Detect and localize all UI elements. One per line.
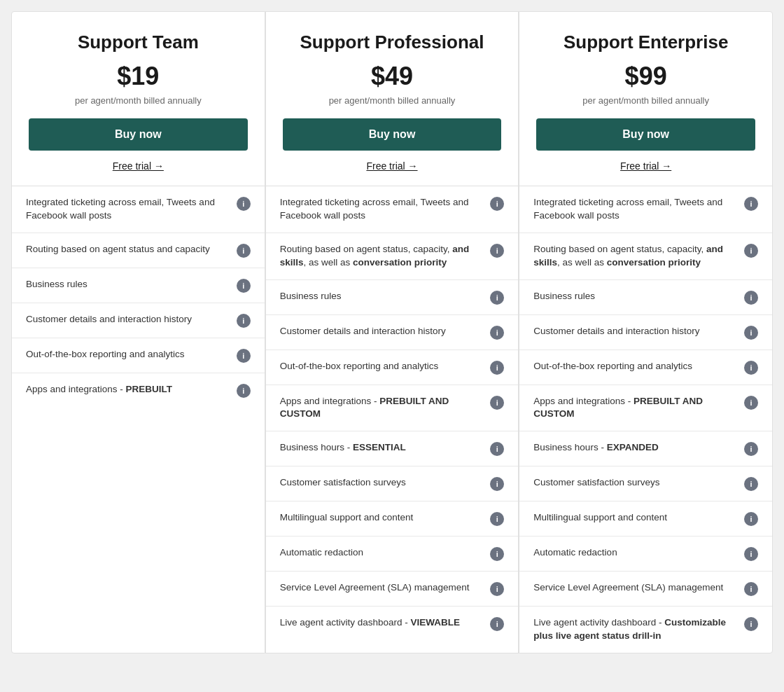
- feature-item-team-2: Business rules i: [12, 268, 265, 303]
- info-icon-team-4[interactable]: i: [237, 349, 251, 363]
- info-icon-enterprise-11[interactable]: i: [744, 617, 758, 631]
- plan-billing-enterprise: per agent/month billed annually: [536, 95, 755, 106]
- feature-text-enterprise-3: Customer details and interaction history: [533, 325, 738, 338]
- card-header-professional: Support Professional $49 per agent/month…: [266, 12, 519, 186]
- plan-price-team: $19: [29, 62, 248, 91]
- feature-item-professional-8: Multilingual support and content i: [266, 501, 519, 537]
- feature-item-team-5: Apps and integrations - PREBUILT i: [12, 373, 265, 408]
- info-icon-enterprise-4[interactable]: i: [744, 361, 758, 375]
- feature-item-professional-4: Out-of-the-box reporting and analytics i: [266, 350, 519, 385]
- plan-billing-professional: per agent/month billed annually: [283, 95, 502, 106]
- plan-billing-team: per agent/month billed annually: [29, 95, 248, 106]
- info-icon-enterprise-3[interactable]: i: [744, 326, 758, 340]
- info-icon-professional-5[interactable]: i: [490, 396, 504, 410]
- feature-item-enterprise-6: Business hours - EXPANDED i: [519, 431, 772, 466]
- plan-name-enterprise: Support Enterprise: [536, 32, 755, 53]
- features-list-professional: Integrated ticketing across email, Tweet…: [266, 186, 519, 653]
- buy-now-button-professional[interactable]: Buy now: [283, 118, 502, 151]
- info-icon-enterprise-7[interactable]: i: [744, 477, 758, 491]
- feature-item-professional-9: Automatic redaction i: [266, 537, 519, 572]
- feature-text-team-4: Out-of-the-box reporting and analytics: [26, 348, 231, 361]
- feature-item-professional-7: Customer satisfaction surveys i: [266, 466, 519, 501]
- feature-text-professional-10: Service Level Agreement (SLA) management: [280, 581, 485, 595]
- feature-item-enterprise-5: Apps and integrations - PREBUILT AND CUS…: [519, 385, 772, 432]
- feature-item-professional-10: Service Level Agreement (SLA) management…: [266, 572, 519, 607]
- info-icon-team-3[interactable]: i: [237, 314, 251, 328]
- feature-text-enterprise-9: Automatic redaction: [533, 546, 738, 560]
- info-icon-professional-3[interactable]: i: [490, 326, 504, 340]
- free-trial-link-enterprise[interactable]: Free trial →: [620, 160, 671, 172]
- info-icon-enterprise-2[interactable]: i: [744, 291, 758, 305]
- feature-item-enterprise-2: Business rules i: [519, 280, 772, 315]
- feature-text-professional-11: Live agent activity dashboard - VIEWABLE: [280, 616, 485, 630]
- features-list-team: Integrated ticketing across email, Tweet…: [12, 186, 265, 653]
- feature-item-professional-0: Integrated ticketing across email, Tweet…: [266, 186, 519, 233]
- info-icon-enterprise-9[interactable]: i: [744, 547, 758, 561]
- feature-text-enterprise-11: Live agent activity dashboard - Customiz…: [533, 616, 738, 643]
- feature-item-enterprise-7: Customer satisfaction surveys i: [519, 466, 772, 501]
- plan-price-professional: $49: [283, 62, 502, 91]
- info-icon-team-5[interactable]: i: [237, 384, 251, 398]
- feature-text-professional-1: Routing based on agent status, capacity,…: [280, 243, 485, 270]
- features-list-enterprise: Integrated ticketing across email, Tweet…: [519, 186, 772, 653]
- card-header-enterprise: Support Enterprise $99 per agent/month b…: [519, 12, 772, 186]
- feature-text-professional-4: Out-of-the-box reporting and analytics: [280, 360, 485, 373]
- feature-item-enterprise-1: Routing based on agent status, capacity,…: [519, 233, 772, 280]
- feature-text-team-5: Apps and integrations - PREBUILT: [26, 383, 231, 396]
- feature-item-team-3: Customer details and interaction history…: [12, 303, 265, 338]
- info-icon-enterprise-1[interactable]: i: [744, 244, 758, 258]
- feature-text-enterprise-5: Apps and integrations - PREBUILT AND CUS…: [533, 395, 738, 422]
- feature-item-professional-1: Routing based on agent status, capacity,…: [266, 233, 519, 280]
- info-icon-enterprise-8[interactable]: i: [744, 512, 758, 526]
- buy-now-button-enterprise[interactable]: Buy now: [536, 118, 755, 151]
- info-icon-professional-0[interactable]: i: [490, 197, 504, 211]
- feature-item-team-4: Out-of-the-box reporting and analytics i: [12, 338, 265, 373]
- info-icon-professional-6[interactable]: i: [490, 442, 504, 456]
- info-icon-professional-10[interactable]: i: [490, 582, 504, 596]
- feature-item-professional-11: Live agent activity dashboard - VIEWABLE…: [266, 607, 519, 641]
- feature-item-professional-5: Apps and integrations - PREBUILT AND CUS…: [266, 385, 519, 432]
- feature-text-enterprise-8: Multilingual support and content: [533, 511, 738, 525]
- feature-text-enterprise-1: Routing based on agent status, capacity,…: [533, 243, 738, 270]
- feature-text-enterprise-7: Customer satisfaction surveys: [533, 476, 738, 490]
- plan-name-team: Support Team: [29, 32, 248, 53]
- feature-text-team-1: Routing based on agent status and capaci…: [26, 243, 231, 256]
- feature-item-enterprise-8: Multilingual support and content i: [519, 501, 772, 537]
- info-icon-professional-9[interactable]: i: [490, 547, 504, 561]
- info-icon-professional-11[interactable]: i: [490, 617, 504, 631]
- feature-item-professional-3: Customer details and interaction history…: [266, 315, 519, 350]
- feature-item-team-1: Routing based on agent status and capaci…: [12, 233, 265, 268]
- feature-text-enterprise-4: Out-of-the-box reporting and analytics: [533, 360, 738, 373]
- info-icon-professional-7[interactable]: i: [490, 477, 504, 491]
- free-trial-link-team[interactable]: Free trial →: [113, 160, 164, 172]
- feature-item-professional-6: Business hours - ESSENTIAL i: [266, 431, 519, 466]
- feature-item-enterprise-4: Out-of-the-box reporting and analytics i: [519, 350, 772, 385]
- feature-text-enterprise-6: Business hours - EXPANDED: [533, 441, 738, 455]
- feature-text-professional-8: Multilingual support and content: [280, 511, 485, 525]
- feature-text-team-0: Integrated ticketing across email, Tweet…: [26, 196, 231, 223]
- feature-text-professional-5: Apps and integrations - PREBUILT AND CUS…: [280, 395, 485, 422]
- feature-item-team-0: Integrated ticketing across email, Tweet…: [12, 186, 265, 233]
- feature-text-enterprise-10: Service Level Agreement (SLA) management: [533, 581, 738, 595]
- feature-item-enterprise-3: Customer details and interaction history…: [519, 315, 772, 350]
- info-icon-enterprise-5[interactable]: i: [744, 396, 758, 410]
- info-icon-professional-1[interactable]: i: [490, 244, 504, 258]
- info-icon-team-2[interactable]: i: [237, 279, 251, 293]
- feature-item-enterprise-9: Automatic redaction i: [519, 537, 772, 572]
- info-icon-enterprise-10[interactable]: i: [744, 582, 758, 596]
- free-trial-link-professional[interactable]: Free trial →: [366, 160, 417, 172]
- feature-item-enterprise-10: Service Level Agreement (SLA) management…: [519, 572, 772, 607]
- info-icon-enterprise-0[interactable]: i: [744, 197, 758, 211]
- info-icon-team-0[interactable]: i: [237, 197, 251, 211]
- pricing-card-professional: Support Professional $49 per agent/month…: [265, 11, 519, 653]
- feature-text-enterprise-2: Business rules: [533, 290, 738, 303]
- feature-item-enterprise-11: Live agent activity dashboard - Customiz…: [519, 607, 772, 653]
- info-icon-professional-4[interactable]: i: [490, 361, 504, 375]
- info-icon-professional-8[interactable]: i: [490, 512, 504, 526]
- feature-item-enterprise-0: Integrated ticketing across email, Tweet…: [519, 186, 772, 233]
- info-icon-team-1[interactable]: i: [237, 244, 251, 258]
- info-icon-professional-2[interactable]: i: [490, 291, 504, 305]
- buy-now-button-team[interactable]: Buy now: [29, 118, 248, 151]
- info-icon-enterprise-6[interactable]: i: [744, 442, 758, 456]
- pricing-card-team: Support Team $19 per agent/month billed …: [11, 11, 265, 653]
